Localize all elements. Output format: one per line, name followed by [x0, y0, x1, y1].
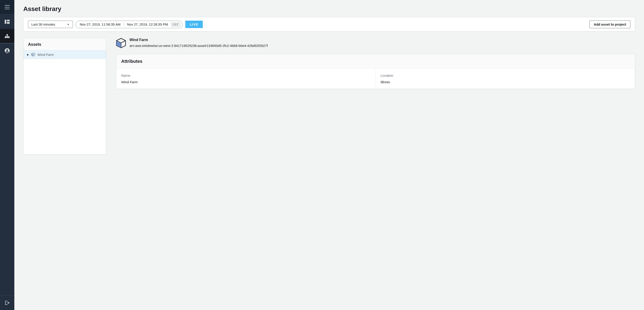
- svg-point-8: [6, 37, 8, 38]
- svg-rect-5: [7, 22, 10, 24]
- attributes-panel: Attributes Name Wind Farm Location Illin…: [116, 54, 635, 89]
- logout-icon: [5, 300, 10, 305]
- end-time: Nov 27, 2019, 12:28:35 PM: [127, 23, 168, 26]
- caret-right-icon: ▶: [27, 53, 29, 56]
- time-range-select[interactable]: Last 30 minutes ▼: [28, 21, 73, 28]
- hamburger-icon: [5, 5, 10, 9]
- date-range-picker[interactable]: Nov 27, 2019, 11:58:35 AM Nov 27, 2019, …: [76, 21, 182, 28]
- add-asset-button[interactable]: Add asset to project: [590, 21, 630, 28]
- attributes-header: Attributes: [116, 54, 635, 69]
- live-button[interactable]: LIVE: [185, 21, 202, 28]
- main-content: Asset library Last 30 minutes ▼ Nov 27, …: [14, 0, 644, 310]
- sidebar-nav: [0, 0, 14, 310]
- asset-detail: Wind Farm arn:aws:iotsitewise:us-west-2:…: [116, 38, 635, 89]
- nav-item-dashboards[interactable]: [0, 15, 14, 29]
- dashboard-icon: [5, 20, 10, 24]
- svg-point-7: [5, 37, 6, 38]
- attribute-label: Name: [121, 74, 370, 77]
- asset-arn: arn:aws:iotsitewise:us-west-2:8417195292…: [130, 44, 268, 48]
- date-divider: [124, 23, 124, 27]
- content-row: Assets ▶ Wind Farm: [23, 38, 635, 155]
- attribute-value: Illinois: [381, 80, 630, 84]
- timezone-badge: CST: [171, 22, 180, 27]
- toolbar: Last 30 minutes ▼ Nov 27, 2019, 11:58:35…: [23, 17, 635, 32]
- asset-tree-item-label: Wind Farm: [38, 53, 54, 57]
- svg-point-9: [8, 37, 10, 38]
- svg-point-17: [6, 49, 8, 51]
- svg-rect-4: [7, 20, 10, 21]
- user-icon: [5, 48, 10, 53]
- nav-item-user[interactable]: [0, 44, 14, 58]
- attribute-column: Location Illinois: [376, 69, 635, 89]
- asset-tree-item[interactable]: ▶ Wind Farm: [24, 50, 106, 59]
- cube-icon: [116, 38, 126, 49]
- svg-rect-3: [5, 20, 6, 24]
- asset-header: Wind Farm arn:aws:iotsitewise:us-west-2:…: [116, 38, 635, 49]
- assets-panel-header: Assets: [24, 38, 106, 50]
- attributes-body: Name Wind Farm Location Illinois: [116, 69, 635, 89]
- nav-item-assets[interactable]: [0, 29, 14, 43]
- caret-down-icon: ▼: [67, 23, 70, 26]
- asset-name: Wind Farm: [130, 38, 268, 42]
- attribute-column: Name Wind Farm: [116, 69, 376, 89]
- attribute-label: Location: [381, 74, 630, 77]
- cube-icon: [31, 53, 35, 57]
- svg-point-6: [6, 34, 8, 36]
- nav-menu-toggle[interactable]: [0, 0, 14, 14]
- attribute-value: Wind Farm: [121, 80, 370, 84]
- hierarchy-icon: [4, 34, 10, 38]
- assets-panel: Assets ▶ Wind Farm: [23, 38, 106, 155]
- nav-item-logout[interactable]: [0, 296, 14, 310]
- time-range-label: Last 30 minutes: [31, 23, 55, 26]
- start-time: Nov 27, 2019, 11:58:35 AM: [80, 23, 120, 26]
- page-title: Asset library: [23, 6, 635, 13]
